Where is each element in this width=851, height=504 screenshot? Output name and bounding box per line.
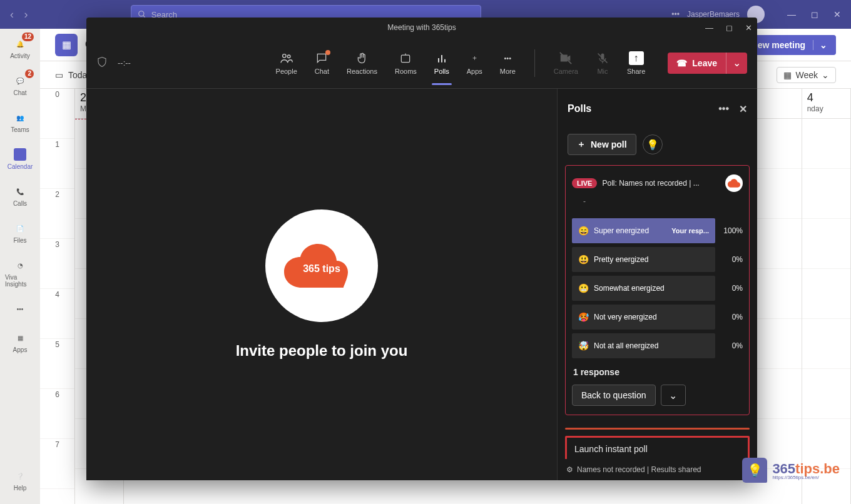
rooms-button[interactable]: Rooms	[390, 51, 422, 75]
chevron-down-icon[interactable]: ⌄	[661, 385, 686, 406]
poll-option[interactable]: 😄Super energizedYour resp...100%	[572, 218, 743, 243]
reactions-button[interactable]: Reactions	[342, 51, 382, 75]
poll-dash: -	[583, 197, 743, 206]
back-to-question-button[interactable]: Back to question	[572, 385, 656, 406]
mic-off-icon	[596, 51, 609, 65]
rail-activity[interactable]: 🔔12Activity	[5, 34, 35, 62]
more-icon: •••	[13, 301, 28, 316]
poll-card: LIVE Poll: Names not recorded | ... - 😄S…	[565, 165, 750, 415]
cloud-logo-icon: 365 tips	[284, 244, 359, 288]
apps-button[interactable]: ＋Apps	[462, 51, 487, 75]
bulb-icon: 💡	[742, 458, 767, 483]
grid-icon: ▦	[783, 70, 792, 80]
share-icon: ↑	[629, 51, 644, 65]
participant-avatar: 365 tips	[265, 209, 378, 322]
new-meeting-label: New meeting	[752, 40, 805, 50]
chevron-down-icon[interactable]: ⌄	[813, 40, 827, 50]
poll-option[interactable]: 😬Somewhat energized0%	[572, 276, 743, 301]
rail-calls[interactable]: 📞Calls	[5, 181, 35, 209]
suggestion-button[interactable]: 💡	[643, 134, 663, 154]
camera-off-icon	[559, 51, 573, 65]
left-rail: 🔔12Activity 💬2Chat 👥Teams Calendar 📞Call…	[0, 29, 40, 504]
meeting-title-text: Meeting with 365tips	[387, 23, 456, 32]
rail-calendar[interactable]: Calendar	[5, 144, 35, 173]
leave-button[interactable]: ☎Leave ⌄	[668, 53, 747, 74]
poll-option[interactable]: 🤯Not at all energized0%	[572, 333, 743, 358]
camera-button[interactable]: Camera	[549, 51, 583, 75]
rail-files[interactable]: 📄Files	[5, 218, 35, 246]
plus-icon: ＋	[577, 139, 586, 150]
nav-back-icon[interactable]: ‹	[10, 8, 14, 21]
watermark: 💡 365tips.be https://365tips.be/en/	[742, 458, 840, 483]
minimize-icon[interactable]: —	[787, 9, 796, 19]
your-response-label: Your resp...	[671, 227, 709, 234]
chat-button[interactable]: Chat	[310, 51, 334, 75]
separator	[565, 428, 750, 430]
rail-help[interactable]: ❔Help	[5, 466, 35, 494]
more-icon[interactable]: •••	[718, 103, 729, 115]
chevron-down-icon[interactable]: ⌄	[726, 53, 747, 74]
hangup-icon: ☎	[676, 58, 687, 68]
live-badge: LIVE	[572, 178, 597, 188]
view-switch[interactable]: ▦ Week ⌄	[777, 67, 836, 83]
more-button[interactable]: •••More	[495, 51, 521, 75]
calendar-icon	[13, 147, 28, 162]
today-icon: ▭	[55, 70, 63, 80]
divider	[534, 49, 535, 77]
polls-footer: ⚙ Names not recorded | Results shared	[558, 459, 757, 480]
rail-chat[interactable]: 💬2Chat	[5, 71, 35, 99]
teams-icon: 👥	[13, 110, 28, 125]
polls-button[interactable]: Polls	[429, 51, 454, 75]
poll-title: Poll: Names not recorded | ...	[602, 179, 720, 188]
gear-icon[interactable]: ⚙	[566, 465, 573, 474]
meeting-timer: --:--	[118, 58, 131, 68]
maximize-icon[interactable]: ◻	[726, 23, 733, 33]
invite-text: Invite people to join you	[236, 342, 408, 360]
shield-icon[interactable]	[96, 56, 108, 70]
rail-teams[interactable]: 👥Teams	[5, 108, 35, 136]
poll-author-avatar	[725, 174, 743, 192]
hand-icon	[355, 51, 369, 65]
response-count: 1 response	[573, 367, 743, 377]
minimize-icon[interactable]: —	[705, 23, 713, 33]
files-icon: 📄	[13, 221, 28, 236]
nav-forward-icon[interactable]: ›	[24, 8, 28, 21]
nav-arrows: ‹ ›	[10, 8, 35, 21]
rail-insights[interactable]: ◔Viva Insights	[5, 255, 35, 290]
svg-text:365 tips: 365 tips	[303, 263, 340, 274]
close-icon[interactable]: ✕	[745, 23, 752, 33]
rail-apps[interactable]: ▦Apps	[5, 328, 35, 356]
chevron-down-icon: ⌄	[822, 70, 829, 80]
people-button[interactable]: People	[271, 51, 302, 75]
mic-button[interactable]: Mic	[591, 51, 614, 75]
svg-point-0	[139, 11, 144, 16]
meeting-window: Meeting with 365tips — ◻ ✕ --:-- People …	[86, 18, 757, 480]
close-icon[interactable]: ✕	[739, 103, 747, 115]
poll-options: 😄Super energizedYour resp...100% 😃Pretty…	[572, 218, 743, 358]
close-icon[interactable]: ✕	[833, 9, 841, 19]
svg-point-2	[282, 54, 286, 58]
polls-icon	[435, 51, 449, 65]
maximize-icon[interactable]: ◻	[811, 9, 818, 19]
rail-more[interactable]: •••	[5, 299, 35, 319]
polls-footer-text: Names not recorded | Results shared	[577, 465, 701, 474]
meeting-titlebar: Meeting with 365tips — ◻ ✕	[86, 18, 757, 38]
help-icon: ❔	[13, 468, 28, 483]
share-button[interactable]: ↑Share	[622, 51, 650, 75]
apps-icon: ▦	[13, 330, 28, 345]
meeting-stage: 365 tips Invite people to join you	[86, 89, 557, 480]
polls-panel: Polls ••• ✕ ＋New poll 💡 LIVE Poll: Names…	[557, 89, 757, 480]
new-poll-button[interactable]: ＋New poll	[568, 134, 636, 155]
insights-icon: ◔	[13, 258, 28, 273]
instant-poll-label: Launch instant poll	[574, 444, 740, 454]
polls-title: Polls	[568, 103, 591, 114]
poll-option[interactable]: 😃Pretty energized0%	[572, 247, 743, 272]
meeting-toolbar: --:-- People Chat Reactions Rooms Polls …	[86, 38, 757, 89]
poll-option[interactable]: 🥵Not very energized0%	[572, 305, 743, 330]
calendar-app-icon: ▦	[55, 34, 78, 56]
week-label: Week	[795, 70, 818, 80]
plus-icon: ＋	[467, 51, 481, 65]
notification-dot-icon	[325, 50, 330, 55]
phone-icon: 📞	[13, 184, 28, 199]
svg-rect-4	[402, 55, 410, 63]
